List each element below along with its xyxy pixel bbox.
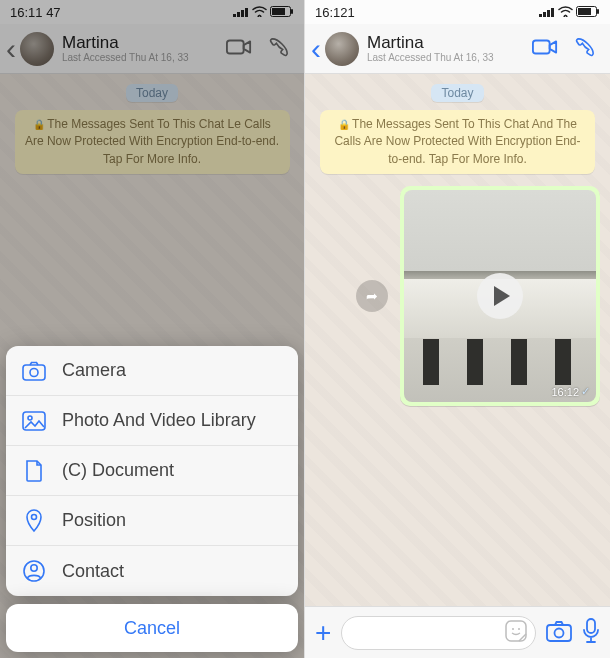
sticker-icon[interactable] (505, 620, 527, 646)
screen-attachment-sheet: 16:11 47 ‹ Martina Last Accessed Thu At … (0, 0, 305, 658)
sheet-label: Camera (62, 360, 126, 381)
signal-icon (233, 5, 249, 20)
svg-rect-16 (543, 12, 546, 17)
wifi-icon (558, 5, 573, 20)
svg-rect-8 (23, 365, 45, 380)
play-icon[interactable] (477, 273, 523, 319)
svg-point-24 (512, 628, 514, 630)
attachment-action-sheet: Camera Photo And Video Library (C) Docum… (6, 346, 298, 652)
status-bar: 16:121 (305, 0, 610, 24)
signal-icon (539, 5, 555, 20)
svg-rect-0 (233, 14, 236, 17)
status-time: 16:11 47 (10, 5, 61, 20)
svg-point-9 (30, 368, 38, 376)
video-call-icon[interactable] (226, 37, 252, 61)
chat-header: ‹ Martina Last Accessed Thu At 16, 33 (0, 24, 304, 74)
outgoing-video-message[interactable]: ➦ 16:12 ✓ (400, 186, 600, 406)
battery-icon (576, 5, 600, 20)
sheet-item-camera[interactable]: Camera (6, 346, 298, 396)
svg-rect-26 (547, 625, 571, 641)
sheet-item-position[interactable]: Position (6, 496, 298, 546)
sheet-options: Camera Photo And Video Library (C) Docum… (6, 346, 298, 596)
svg-rect-5 (272, 8, 285, 15)
camera-button[interactable] (546, 620, 572, 646)
date-pill: Today (431, 84, 483, 102)
date-pill: Today (126, 84, 178, 102)
sheet-cancel-button[interactable]: Cancel (6, 604, 298, 652)
contact-name: Martina (62, 34, 226, 51)
lock-icon: 🔒 (338, 119, 350, 130)
voice-call-icon[interactable] (266, 37, 292, 61)
svg-rect-22 (533, 40, 550, 53)
status-right (539, 5, 600, 20)
svg-rect-21 (597, 9, 599, 14)
sheet-label: (C) Document (62, 460, 174, 481)
svg-rect-20 (578, 8, 591, 15)
svg-point-11 (28, 416, 32, 420)
video-call-icon[interactable] (532, 37, 558, 61)
battery-icon (270, 5, 294, 20)
sheet-item-document[interactable]: (C) Document (6, 446, 298, 496)
document-icon (22, 459, 46, 483)
attach-button[interactable]: + (315, 619, 331, 647)
video-thumbnail[interactable]: 16:12 ✓ (404, 190, 596, 402)
forward-icon[interactable]: ➦ (356, 280, 388, 312)
lock-icon: 🔒 (33, 119, 45, 130)
encryption-notice[interactable]: 🔒The Messages Sent To This Chat And The … (320, 110, 595, 174)
mic-button[interactable] (582, 618, 600, 648)
svg-rect-28 (587, 619, 595, 633)
status-bar: 16:11 47 (0, 0, 304, 24)
svg-rect-3 (245, 8, 248, 17)
contact-name: Martina (367, 34, 532, 51)
svg-rect-18 (551, 8, 554, 17)
sheet-label: Position (62, 510, 126, 531)
encryption-notice[interactable]: 🔒The Messages Sent To This Chat Le Calls… (15, 110, 290, 174)
chat-body[interactable]: Today 🔒The Messages Sent To This Chat An… (305, 74, 610, 606)
voice-call-icon[interactable] (572, 37, 598, 61)
svg-rect-17 (547, 10, 550, 17)
location-pin-icon (22, 509, 46, 533)
encryption-text: The Messages Sent To This Chat And The C… (334, 117, 580, 166)
svg-rect-1 (237, 12, 240, 17)
message-timestamp: 16:12 ✓ (551, 385, 590, 398)
back-button[interactable]: ‹ (311, 34, 321, 64)
status-time: 16:121 (315, 5, 355, 20)
sheet-label: Contact (62, 561, 124, 582)
wifi-icon (252, 5, 267, 20)
svg-rect-7 (227, 40, 244, 53)
sheet-item-library[interactable]: Photo And Video Library (6, 396, 298, 446)
svg-rect-15 (539, 14, 542, 17)
encryption-text: The Messages Sent To This Chat Le Calls … (25, 117, 279, 166)
message-input[interactable] (341, 616, 536, 650)
cancel-label: Cancel (124, 618, 180, 639)
avatar[interactable] (20, 32, 54, 66)
header-text[interactable]: Martina Last Accessed Thu At 16, 33 (367, 34, 532, 64)
header-text[interactable]: Martina Last Accessed Thu At 16, 33 (62, 34, 226, 64)
svg-point-27 (555, 628, 564, 637)
last-seen: Last Accessed Thu At 16, 33 (367, 51, 532, 64)
sheet-label: Photo And Video Library (62, 410, 256, 431)
svg-rect-6 (291, 9, 293, 14)
contact-icon (22, 559, 46, 583)
screen-chat-with-video: 16:121 ‹ Martina Last Accessed Thu At 16… (305, 0, 610, 658)
avatar[interactable] (325, 32, 359, 66)
input-bar: + (305, 606, 610, 658)
svg-point-14 (31, 565, 37, 571)
read-tick-icon: ✓ (581, 385, 590, 398)
svg-point-25 (518, 628, 520, 630)
chat-header: ‹ Martina Last Accessed Thu At 16, 33 (305, 24, 610, 74)
back-button[interactable]: ‹ (6, 34, 16, 64)
sheet-item-contact[interactable]: Contact (6, 546, 298, 596)
svg-point-12 (32, 514, 37, 519)
last-seen: Last Accessed Thu At 16, 33 (62, 51, 226, 64)
status-right (233, 5, 294, 20)
gallery-icon (22, 409, 46, 433)
camera-icon (22, 359, 46, 383)
svg-rect-2 (241, 10, 244, 17)
